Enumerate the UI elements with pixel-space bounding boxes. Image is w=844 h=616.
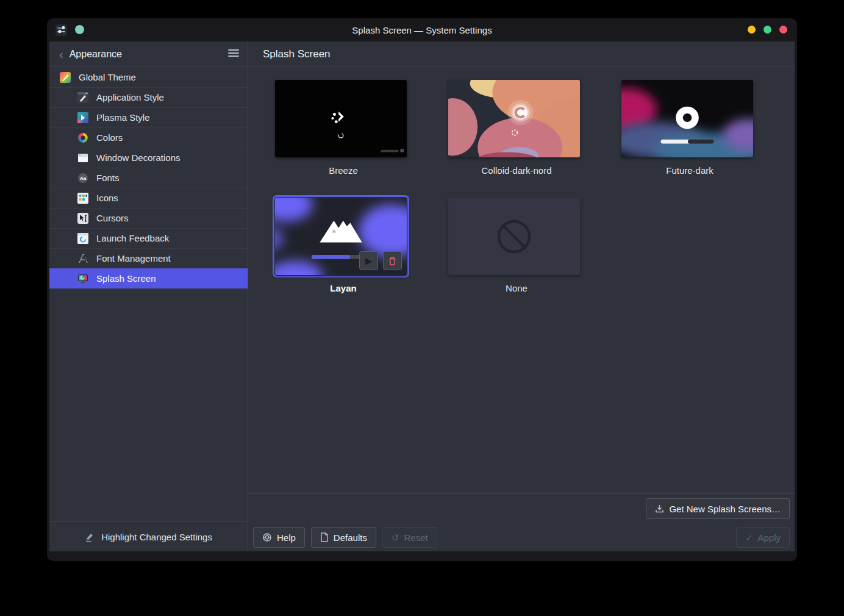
splash-tile-label: None xyxy=(448,283,585,293)
fonts-icon: Aa xyxy=(77,173,88,184)
splash-screen-icon xyxy=(77,273,88,284)
cursors-icon xyxy=(77,213,88,224)
sidebar-item-label: Plasma Style xyxy=(96,112,150,123)
sidebar-item-launch-feedback[interactable]: Launch Feedback xyxy=(49,228,248,248)
content: Splash Screen xyxy=(248,41,795,551)
splash-tile-label: Colloid-dark-nord xyxy=(448,165,585,176)
bottom-toolbar: Help Defaults ↺ Reset ✓ Apply xyxy=(248,523,795,551)
sidebar-item-window-decorations[interactable]: Window Decorations xyxy=(49,148,248,168)
window-decorations-icon xyxy=(77,152,88,163)
sidebar-item-font-management[interactable]: Font Management xyxy=(49,248,248,268)
window-controls xyxy=(748,26,787,34)
sidebar: ‹ Appearance Global Theme xyxy=(49,41,248,551)
close-button[interactable] xyxy=(779,26,787,34)
splash-thumbnail-layan[interactable]: ▶ xyxy=(273,195,409,278)
splash-tile-layan: ▶ Layan xyxy=(275,198,412,293)
colloid-preview-image xyxy=(448,80,580,157)
highlight-changed-settings[interactable]: Highlight Changed Settings xyxy=(49,521,248,551)
splash-thumbnail-colloid-dark-nord[interactable] xyxy=(446,77,582,160)
defaults-button[interactable]: Defaults xyxy=(311,527,376,548)
icons-icon xyxy=(77,193,88,204)
trash-icon xyxy=(388,256,397,266)
help-lifebuoy-icon xyxy=(262,532,272,542)
sidebar-item-fonts[interactable]: Aa Fonts xyxy=(49,168,248,188)
titlebar[interactable]: Splash Screen — System Settings xyxy=(47,18,797,41)
window-title: Splash Screen — System Settings xyxy=(47,25,797,35)
back-chevron-icon[interactable]: ‹ xyxy=(59,48,63,60)
sidebar-item-label: Icons xyxy=(96,193,118,203)
get-new-label: Get New Splash Screens… xyxy=(669,504,781,514)
reset-undo-icon: ↺ xyxy=(392,533,399,542)
highlighter-icon xyxy=(85,532,95,542)
splash-tile-colloid-dark-nord: Colloid-dark-nord xyxy=(448,80,585,176)
splash-tile-future-dark: Future-dark xyxy=(621,80,758,176)
apply-check-icon: ✓ xyxy=(745,533,753,542)
splash-grid: Breeze xyxy=(248,67,795,493)
sidebar-list: Global Theme Application Style xyxy=(49,67,248,521)
splash-tile-none: None xyxy=(448,198,585,293)
splash-thumbnail-none[interactable] xyxy=(446,195,582,278)
splash-tile-label: Breeze xyxy=(275,165,412,176)
sidebar-header: ‹ Appearance xyxy=(49,41,248,67)
sidebar-item-application-style[interactable]: Application Style xyxy=(49,87,248,107)
none-circle-slash-icon xyxy=(496,218,532,255)
apply-button[interactable]: ✓ Apply xyxy=(736,527,790,548)
splash-tile-label: Layan xyxy=(275,283,412,293)
reset-button[interactable]: ↺ Reset xyxy=(382,527,437,548)
help-button[interactable]: Help xyxy=(253,527,305,548)
sidebar-item-icons[interactable]: Icons xyxy=(49,188,248,208)
sidebar-item-plasma-style[interactable]: Plasma Style xyxy=(49,107,248,127)
defaults-label: Defaults xyxy=(334,532,367,543)
download-icon xyxy=(655,504,664,514)
splash-thumbnail-breeze[interactable] xyxy=(273,77,409,160)
colors-icon xyxy=(77,132,88,143)
splash-tile-label: Future-dark xyxy=(621,165,758,176)
sidebar-item-label: Cursors xyxy=(96,213,129,223)
splash-tile-breeze: Breeze xyxy=(275,80,412,176)
delete-splash-button[interactable] xyxy=(383,251,402,270)
window-body: ‹ Appearance Global Theme xyxy=(49,41,795,551)
sidebar-item-colors[interactable]: Colors xyxy=(49,127,248,148)
page-title: Splash Screen xyxy=(263,48,331,60)
preview-play-button[interactable]: ▶ xyxy=(359,251,378,270)
launch-feedback-icon xyxy=(77,233,88,244)
global-theme-icon xyxy=(60,72,71,83)
breeze-preview-image xyxy=(275,80,407,157)
hamburger-menu-icon[interactable] xyxy=(228,49,239,58)
sidebar-item-label: Window Decorations xyxy=(96,152,181,163)
sidebar-item-label: Fonts xyxy=(96,173,120,183)
maximize-button[interactable] xyxy=(764,26,771,34)
minimize-button[interactable] xyxy=(748,26,756,34)
splash-thumbnail-future-dark[interactable] xyxy=(619,77,756,160)
application-style-icon xyxy=(77,92,88,103)
system-settings-window: Splash Screen — System Settings ‹ Appear… xyxy=(47,18,797,561)
sidebar-title: Appearance xyxy=(70,49,122,60)
reset-label: Reset xyxy=(404,532,427,543)
sidebar-item-label: Application Style xyxy=(96,92,164,102)
sidebar-item-label: Colors xyxy=(96,132,123,143)
sidebar-item-cursors[interactable]: Cursors xyxy=(49,208,248,228)
defaults-document-icon xyxy=(320,532,329,542)
get-new-splash-screens-button[interactable]: Get New Splash Screens… xyxy=(646,498,790,519)
layan-overlay-buttons: ▶ xyxy=(359,251,402,270)
highlight-changed-settings-label: Highlight Changed Settings xyxy=(101,532,212,542)
svg-text:Aa: Aa xyxy=(80,176,87,181)
plasma-style-icon xyxy=(77,112,88,123)
get-new-row: Get New Splash Screens… xyxy=(248,494,795,523)
sidebar-item-label: Splash Screen xyxy=(96,273,156,284)
sidebar-item-label: Launch Feedback xyxy=(96,233,169,243)
sidebar-item-splash-screen[interactable]: Splash Screen xyxy=(49,268,248,288)
play-icon: ▶ xyxy=(365,256,373,265)
sidebar-item-label: Font Management xyxy=(96,253,171,263)
apply-label: Apply xyxy=(757,532,781,543)
content-header: Splash Screen xyxy=(248,41,795,67)
font-management-icon xyxy=(77,253,88,264)
sidebar-item-label: Global Theme xyxy=(79,72,136,82)
future-dark-preview-image xyxy=(621,80,753,157)
sidebar-item-global-theme[interactable]: Global Theme xyxy=(49,67,248,87)
help-label: Help xyxy=(277,532,296,543)
